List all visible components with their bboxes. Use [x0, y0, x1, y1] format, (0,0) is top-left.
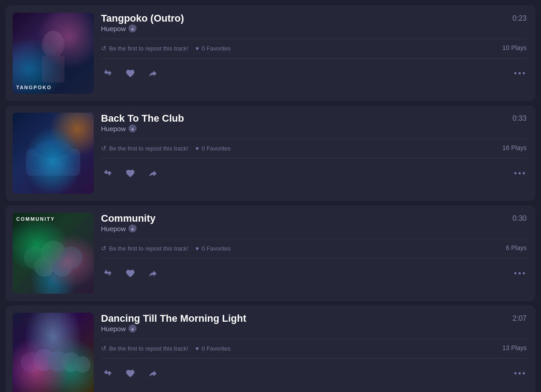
meta-row: ↺ Be the first to repost this track! ♥ 0… [101, 344, 527, 352]
track-info: Community Huepow ▲ 0:30 ↺ Be the first t… [101, 213, 527, 294]
repost-icon: ↺ [101, 245, 106, 252]
divider [101, 339, 527, 339]
repost-text: Be the first to repost this track! [109, 245, 188, 252]
repost-button[interactable] [101, 267, 115, 280]
share-icon [148, 369, 158, 378]
track-card-community: Community Community [5, 205, 536, 301]
track-info: Dancing Till The Morning Light Huepow ▲ … [101, 313, 527, 392]
divider-2 [101, 358, 527, 359]
more-dots: ••• [514, 69, 527, 78]
svg-point-11 [52, 257, 72, 277]
repost-info: ↺ Be the first to repost this track! [101, 45, 188, 52]
favorite-button[interactable] [124, 67, 137, 80]
favorites-info: ♥ 0 Favorites [196, 45, 231, 52]
repost-info: ↺ Be the first to repost this track! [101, 345, 188, 352]
favorites-count: 0 Favorites [202, 245, 230, 252]
track-meta: ↺ Be the first to repost this track! ♥ 0… [101, 245, 231, 252]
plays-count: 16 Plays [502, 144, 527, 151]
repost-icon-btn [103, 369, 113, 378]
heart-icon: ♥ [196, 145, 199, 152]
track-actions: ••• [101, 267, 527, 280]
favorite-button[interactable] [124, 367, 137, 380]
track-artwork[interactable]: Community [13, 213, 94, 294]
heart-icon: ♥ [196, 245, 199, 252]
more-dots: ••• [514, 169, 527, 178]
track-duration: 0:23 [513, 14, 527, 23]
plays-count: 13 Plays [502, 344, 527, 351]
track-artist: Huepow ▲ [101, 324, 246, 333]
divider-2 [101, 58, 527, 59]
track-artwork[interactable] [13, 113, 94, 194]
more-button[interactable]: ••• [514, 169, 527, 178]
track-duration: 0:33 [513, 114, 527, 123]
artist-name[interactable]: Huepow [101, 225, 126, 232]
track-info: Tangpoko (Outro) Huepow ▲ 0:23 ↺ Be the … [101, 13, 527, 94]
track-actions: ••• [101, 367, 527, 380]
repost-button[interactable] [101, 367, 115, 380]
favorites-count: 0 Favorites [202, 45, 230, 52]
divider [101, 39, 527, 39]
repost-button[interactable] [101, 67, 115, 80]
artist-badge: ▲ [128, 224, 137, 232]
more-button[interactable]: ••• [514, 369, 527, 378]
track-card-back-to-the-club: Back To The Club Huepow ▲ 0:33 ↺ Be the … [5, 105, 536, 201]
plays-count: 6 Plays [506, 244, 527, 251]
repost-icon: ↺ [101, 345, 106, 352]
meta-row: ↺ Be the first to repost this track! ♥ 0… [101, 144, 527, 152]
favorites-info: ♥ 0 Favorites [196, 145, 231, 152]
meta-row: ↺ Be the first to repost this track! ♥ 0… [101, 244, 527, 252]
more-dots: ••• [514, 269, 527, 278]
repost-text: Be the first to repost this track! [109, 345, 188, 352]
share-button[interactable] [146, 67, 160, 80]
track-artwork[interactable] [13, 313, 94, 392]
repost-icon: ↺ [101, 145, 106, 152]
divider-2 [101, 258, 527, 259]
svg-point-5 [28, 155, 42, 169]
favorites-count: 0 Favorites [202, 345, 230, 352]
more-dots: ••• [514, 369, 527, 378]
heart-icon-btn [125, 68, 135, 78]
share-icon [148, 68, 158, 78]
favorite-button[interactable] [124, 167, 137, 180]
track-header: Tangpoko (Outro) Huepow ▲ 0:23 [101, 13, 527, 32]
favorites-info: ♥ 0 Favorites [196, 245, 231, 252]
repost-button[interactable] [101, 167, 115, 180]
artist-badge: ▲ [128, 124, 137, 132]
track-meta: ↺ Be the first to repost this track! ♥ 0… [101, 45, 231, 52]
repost-icon-btn [103, 169, 113, 178]
meta-row: ↺ Be the first to repost this track! ♥ 0… [101, 44, 527, 52]
track-title: Community [101, 213, 156, 224]
track-info: Back To The Club Huepow ▲ 0:33 ↺ Be the … [101, 113, 527, 194]
repost-text: Be the first to repost this track! [109, 45, 188, 52]
share-button[interactable] [146, 167, 160, 180]
track-card-tangpoko-outro: Tangpoko Tangpoko (Outro) [5, 5, 536, 101]
artist-name[interactable]: Huepow [101, 125, 126, 132]
track-title: Tangpoko (Outro) [101, 13, 184, 24]
track-meta: ↺ Be the first to repost this track! ♥ 0… [101, 145, 231, 152]
svg-point-16 [74, 356, 91, 373]
favorite-button[interactable] [124, 267, 137, 280]
share-button[interactable] [146, 367, 160, 380]
repost-icon-btn [103, 68, 113, 78]
artist-name[interactable]: Huepow [101, 325, 126, 333]
plays-count: 10 Plays [502, 44, 527, 51]
track-header: Community Huepow ▲ 0:30 [101, 213, 527, 232]
heart-icon-btn [125, 369, 135, 378]
track-artwork[interactable]: Tangpoko [13, 13, 94, 94]
track-meta: ↺ Be the first to repost this track! ♥ 0… [101, 345, 231, 352]
artist-name[interactable]: Huepow [101, 25, 126, 32]
more-button[interactable]: ••• [514, 269, 527, 278]
favorites-count: 0 Favorites [202, 145, 230, 152]
track-header: Dancing Till The Morning Light Huepow ▲ … [101, 313, 527, 333]
track-artist: Huepow ▲ [101, 24, 184, 32]
heart-icon-btn [125, 169, 135, 178]
track-duration: 2:07 [513, 315, 527, 323]
share-button[interactable] [146, 267, 160, 280]
repost-icon-btn [103, 269, 113, 278]
svg-point-6 [64, 155, 78, 169]
svg-point-10 [34, 257, 54, 277]
track-title: Back To The Club [101, 113, 184, 124]
more-button[interactable]: ••• [514, 69, 527, 78]
svg-point-2 [44, 31, 62, 53]
track-duration: 0:30 [513, 214, 527, 223]
